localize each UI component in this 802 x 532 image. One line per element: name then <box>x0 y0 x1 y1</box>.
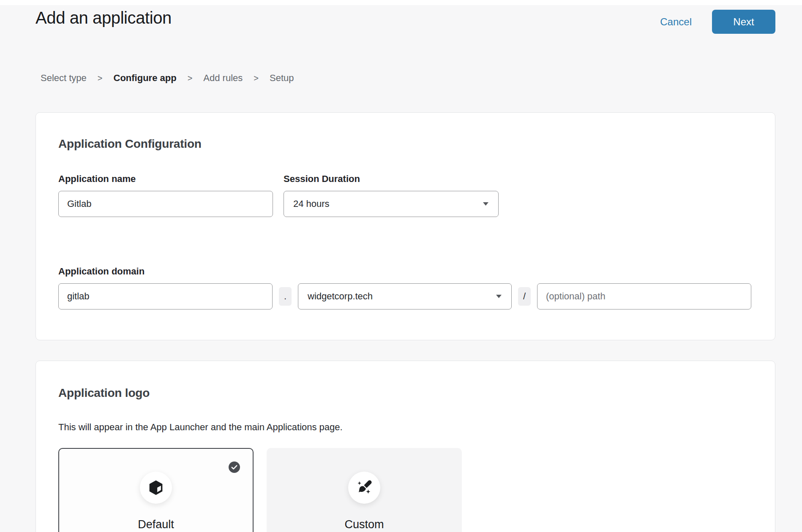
logo-option-tiles: Default Custom <box>58 448 751 532</box>
session-duration-value: 24 hours <box>293 198 330 209</box>
slash-separator: / <box>518 287 531 306</box>
dot-separator: . <box>279 287 292 306</box>
domain-select[interactable]: widgetcorp.tech <box>298 283 512 309</box>
custom-logo-circle <box>348 472 380 504</box>
breadcrumb-separator: > <box>98 73 103 83</box>
breadcrumb-separator: > <box>254 73 259 83</box>
application-logo-description: This will appear in the App Launcher and… <box>58 422 751 433</box>
chevron-down-icon <box>483 202 489 206</box>
logo-option-custom[interactable]: Custom <box>267 448 462 532</box>
name-session-row: Application name Session Duration 24 hou… <box>58 174 751 217</box>
domain-select-value: widgetcorp.tech <box>308 291 373 302</box>
logo-option-default[interactable]: Default <box>58 448 254 532</box>
brush-icon <box>356 479 373 496</box>
application-name-label: Application name <box>58 174 273 185</box>
application-domain-row: . widgetcorp.tech / <box>58 283 751 309</box>
application-configuration-card: Application Configuration Application na… <box>35 112 775 340</box>
breadcrumb-step-setup[interactable]: Setup <box>270 73 294 84</box>
breadcrumb-separator: > <box>188 73 193 83</box>
cube-icon <box>147 479 164 496</box>
application-configuration-heading: Application Configuration <box>58 137 751 151</box>
chevron-down-icon <box>496 294 502 299</box>
session-duration-select[interactable]: 24 hours <box>284 191 499 217</box>
breadcrumb-step-select-type[interactable]: Select type <box>41 73 87 84</box>
logo-option-label: Default <box>138 518 174 531</box>
top-white-strip <box>0 0 802 5</box>
logo-option-label: Custom <box>344 518 384 531</box>
cancel-button[interactable]: Cancel <box>660 16 692 28</box>
page-header: Add an application Cancel Next <box>35 8 775 34</box>
session-duration-label: Session Duration <box>284 174 499 185</box>
default-logo-circle <box>140 472 172 504</box>
application-name-input[interactable] <box>58 191 273 217</box>
application-logo-card: Application logo This will appear in the… <box>35 361 775 532</box>
application-logo-heading: Application logo <box>58 386 751 400</box>
subdomain-input[interactable] <box>58 283 273 309</box>
application-domain-label: Application domain <box>58 266 751 277</box>
header-actions: Cancel Next <box>660 10 775 34</box>
check-icon <box>229 461 240 473</box>
application-domain-section: Application domain . widgetcorp.tech / <box>58 266 751 309</box>
application-name-field-group: Application name <box>58 174 273 217</box>
breadcrumb-step-configure-app[interactable]: Configure app <box>114 73 177 84</box>
breadcrumb-step-add-rules[interactable]: Add rules <box>203 73 243 84</box>
breadcrumb: Select type > Configure app > Add rules … <box>41 73 775 84</box>
path-input[interactable] <box>537 283 751 309</box>
page-title: Add an application <box>35 8 172 27</box>
session-duration-field-group: Session Duration 24 hours <box>284 174 499 217</box>
next-button[interactable]: Next <box>712 10 775 34</box>
add-application-page: Add an application Cancel Next Select ty… <box>0 8 802 532</box>
